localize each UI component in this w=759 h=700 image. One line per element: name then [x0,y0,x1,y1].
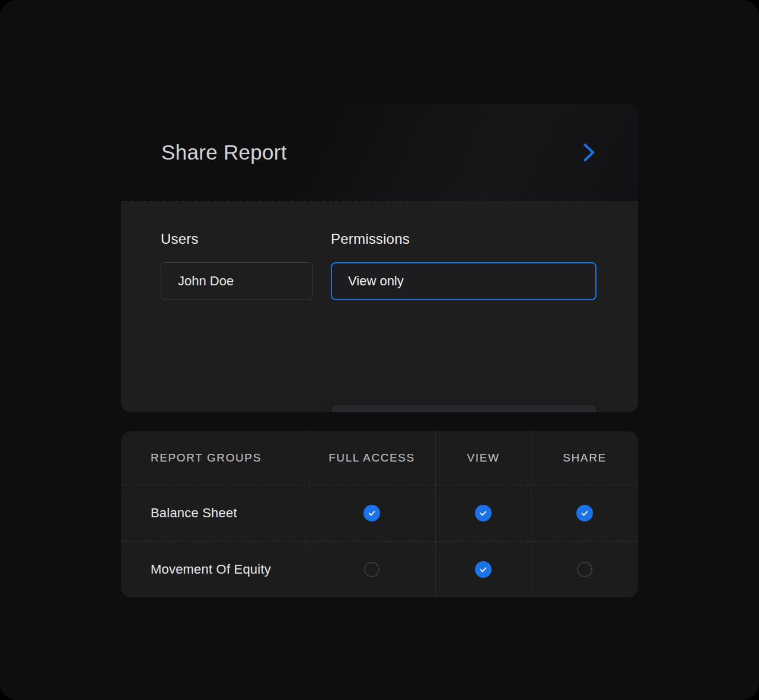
permissions-selected-value: View only [348,273,404,289]
column-header-label: REPORT GROUPS [151,451,261,464]
column-header-label: FULL ACCESS [329,451,415,464]
table-row-label-balance-sheet: Balance Sheet [121,485,308,541]
dropdown-option-view-and-export[interactable]: View and Export [332,405,597,412]
app-background: Share Report Users Permissions View only [0,0,759,700]
checkbox-balance-sheet-full-access[interactable] [363,505,380,521]
users-label: Users [161,231,312,247]
table-header-view: VIEW [436,431,531,485]
table-header-share: SHARE [531,431,638,485]
share-report-panel: Share Report Users Permissions View only [121,104,638,412]
users-input[interactable] [161,262,312,300]
checkbox-movement-of-equity-share[interactable] [577,562,592,577]
expand-panel-button[interactable] [580,140,598,165]
permissions-label: Permissions [331,231,597,247]
checkbox-movement-of-equity-view[interactable] [475,561,492,578]
permissions-field-group: Permissions View only [331,231,597,300]
report-groups-table: REPORT GROUPS FULL ACCESS VIEW SHARE Bal… [121,431,638,597]
table-cell [531,541,638,597]
users-field-group: Users [161,231,312,300]
table-cell [436,485,531,541]
table-row-label-movement-of-equity: Movement Of Equity [121,541,308,597]
share-report-header: Share Report [121,104,638,202]
permissions-select[interactable]: View only [331,262,597,300]
share-report-body: Users Permissions View only View and Exp… [121,202,638,412]
table-cell [531,485,638,541]
row-label: Balance Sheet [151,505,237,521]
checkbox-balance-sheet-view[interactable] [475,505,492,521]
check-icon [580,508,589,518]
table-header-full-access: FULL ACCESS [308,431,436,485]
check-icon [367,508,377,518]
column-header-label: VIEW [467,451,500,464]
column-header-label: SHARE [563,451,606,464]
table-header-report-groups: REPORT GROUPS [121,431,308,485]
check-icon [479,565,488,574]
page-title: Share Report [161,141,287,164]
check-icon [479,508,488,518]
table-cell [436,541,531,597]
table-cell [308,541,436,597]
row-label: Movement Of Equity [151,562,271,577]
checkbox-movement-of-equity-full-access[interactable] [364,562,380,577]
table-cell [308,485,436,541]
chevron-right-icon [582,142,595,163]
permissions-dropdown: View and Export View, Export and Schedul… [332,405,597,412]
checkbox-balance-sheet-share[interactable] [576,505,593,521]
